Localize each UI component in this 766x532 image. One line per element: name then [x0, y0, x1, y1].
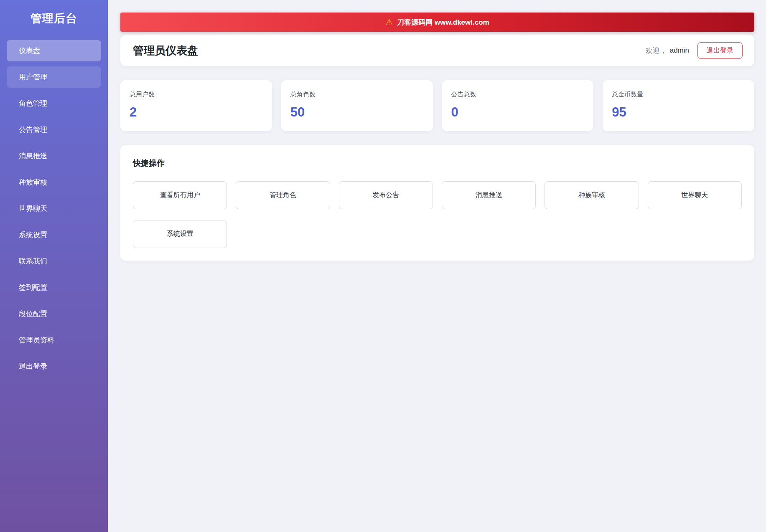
- app-title: 管理后台: [0, 11, 108, 26]
- welcome-label: 欢迎，: [646, 46, 667, 56]
- stat-card-total-announcements: 公告总数 0: [442, 80, 594, 131]
- stat-card-total-roles: 总角色数 50: [281, 80, 433, 131]
- view-all-users-button[interactable]: 查看所有用户: [133, 181, 227, 209]
- current-username: admin: [670, 46, 689, 55]
- notice-banner[interactable]: ⚠ 刀客源码网 www.dkewl.com: [120, 13, 754, 32]
- warning-icon: ⚠: [385, 18, 393, 26]
- stat-value: 50: [290, 105, 424, 120]
- quick-actions-card: 快捷操作 查看所有用户 管理角色 发布公告 消息推送 种族审核 世界聊天 系统设…: [120, 145, 754, 261]
- message-push-button[interactable]: 消息推送: [442, 181, 536, 209]
- system-settings-button[interactable]: 系统设置: [133, 220, 227, 248]
- stat-card-total-users: 总用户数 2: [120, 80, 272, 131]
- race-review-button[interactable]: 种族审核: [545, 181, 639, 209]
- stat-value: 0: [451, 105, 585, 120]
- stat-label: 公告总数: [451, 91, 585, 99]
- sidebar-item-role-management[interactable]: 角色管理: [7, 93, 101, 114]
- header-right: 欢迎， admin 退出登录: [646, 42, 743, 59]
- page-title: 管理员仪表盘: [133, 43, 198, 58]
- main-content: ⚠ 刀客源码网 www.dkewl.com 管理员仪表盘 欢迎， admin 退…: [108, 0, 766, 532]
- sidebar-item-rank-config[interactable]: 段位配置: [7, 303, 101, 324]
- stats-row: 总用户数 2 总角色数 50 公告总数 0 总金币数量 95: [120, 80, 754, 131]
- stat-label: 总角色数: [290, 91, 424, 99]
- world-chat-button[interactable]: 世界聊天: [648, 181, 742, 209]
- stat-card-total-coins: 总金币数量 95: [603, 80, 754, 131]
- page-header: 管理员仪表盘 欢迎， admin 退出登录: [120, 35, 754, 66]
- sidebar-item-user-management[interactable]: 用户管理: [7, 66, 101, 88]
- sidebar-item-message-push[interactable]: 消息推送: [7, 145, 101, 167]
- logout-button[interactable]: 退出登录: [697, 42, 743, 59]
- stat-label: 总用户数: [130, 91, 263, 99]
- stat-label: 总金币数量: [612, 91, 745, 99]
- stat-value: 2: [130, 105, 263, 120]
- sidebar-item-system-settings[interactable]: 系统设置: [7, 224, 101, 246]
- sidebar: 管理后台 仪表盘 用户管理 角色管理 公告管理 消息推送 种族审核 世界聊天 系…: [0, 0, 108, 532]
- sidebar-item-checkin-config[interactable]: 签到配置: [7, 277, 101, 298]
- quick-actions-grid: 查看所有用户 管理角色 发布公告 消息推送 种族审核 世界聊天 系统设置: [133, 181, 742, 248]
- sidebar-item-world-chat[interactable]: 世界聊天: [7, 198, 101, 219]
- manage-roles-button[interactable]: 管理角色: [236, 181, 330, 209]
- sidebar-item-admin-profile[interactable]: 管理员资料: [7, 329, 101, 351]
- sidebar-menu: 仪表盘 用户管理 角色管理 公告管理 消息推送 种族审核 世界聊天 系统设置 联…: [0, 40, 108, 377]
- notice-banner-text: 刀客源码网 www.dkewl.com: [397, 18, 489, 27]
- stat-value: 95: [612, 105, 745, 120]
- sidebar-item-dashboard[interactable]: 仪表盘: [7, 40, 101, 61]
- publish-announcement-button[interactable]: 发布公告: [339, 181, 433, 209]
- quick-actions-title: 快捷操作: [133, 158, 742, 169]
- sidebar-item-logout[interactable]: 退出登录: [7, 356, 101, 377]
- sidebar-item-announcement-management[interactable]: 公告管理: [7, 119, 101, 140]
- sidebar-item-race-review[interactable]: 种族审核: [7, 172, 101, 193]
- sidebar-item-contact-us[interactable]: 联系我们: [7, 251, 101, 272]
